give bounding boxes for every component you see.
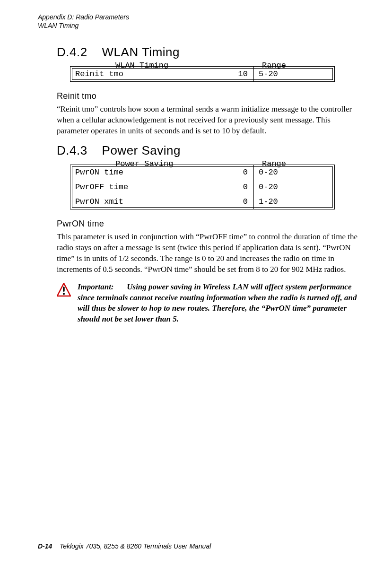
running-head-line1: Appendix D: Radio Parameters bbox=[38, 13, 364, 22]
pwron-time-body: This parameter is used in conjunction wi… bbox=[57, 232, 364, 275]
power-saving-box: Power Saving Range PwrON time 0 0-20 Pwr… bbox=[70, 165, 335, 209]
svg-rect-1 bbox=[63, 287, 64, 292]
param-value: 0 bbox=[215, 165, 254, 180]
section-wlan-heading: D.4.2 WLAN Timing bbox=[57, 45, 364, 60]
param-value: 10 bbox=[215, 67, 254, 81]
param-name: PwrON time bbox=[70, 165, 215, 180]
reinit-tmo-body: “Reinit tmo” controls how soon a termina… bbox=[57, 104, 364, 137]
important-note: Important: Using power saving in Wireles… bbox=[57, 282, 364, 325]
section-power-title: Power Saving bbox=[102, 143, 181, 157]
param-name: Reinit tmo bbox=[70, 67, 215, 81]
param-name: PwrOFF time bbox=[70, 180, 215, 194]
pwron-time-heading: PwrON time bbox=[57, 219, 364, 229]
table-row: PwrOFF time 0 0-20 bbox=[70, 180, 334, 194]
running-head: Appendix D: Radio Parameters WLAN Timing bbox=[38, 13, 364, 30]
page-number: D-14 bbox=[38, 542, 52, 550]
running-head-line2: WLAN Timing bbox=[38, 22, 364, 30]
param-value: 0 bbox=[215, 194, 254, 209]
table-row: PwrON time 0 0-20 bbox=[70, 165, 334, 180]
section-power-number: D.4.3 bbox=[57, 143, 87, 157]
wlan-timing-box: WLAN Timing Range Reinit tmo 10 5-20 bbox=[70, 66, 335, 82]
param-range: 0-20 bbox=[254, 165, 335, 180]
section-wlan-title: WLAN Timing bbox=[102, 45, 180, 59]
param-range: 1-20 bbox=[254, 194, 335, 209]
footer-title: Teklogix 7035, 8255 & 8260 Terminals Use… bbox=[60, 542, 211, 550]
param-range: 5-20 bbox=[254, 67, 335, 81]
section-wlan-number: D.4.2 bbox=[57, 45, 87, 59]
table-row: PwrON xmit 0 1-20 bbox=[70, 194, 334, 209]
reinit-tmo-heading: Reinit tmo bbox=[57, 91, 364, 101]
param-value: 0 bbox=[215, 180, 254, 194]
warning-icon bbox=[57, 283, 71, 325]
table-row: Reinit tmo 10 5-20 bbox=[70, 67, 334, 81]
param-name: PwrON xmit bbox=[70, 194, 215, 209]
svg-point-2 bbox=[63, 293, 65, 295]
important-label: Important: bbox=[78, 282, 125, 293]
section-power-heading: D.4.3 Power Saving bbox=[57, 143, 364, 158]
page-footer: D-14 Teklogix 7035, 8255 & 8260 Terminal… bbox=[38, 542, 364, 550]
param-range: 0-20 bbox=[254, 180, 335, 194]
